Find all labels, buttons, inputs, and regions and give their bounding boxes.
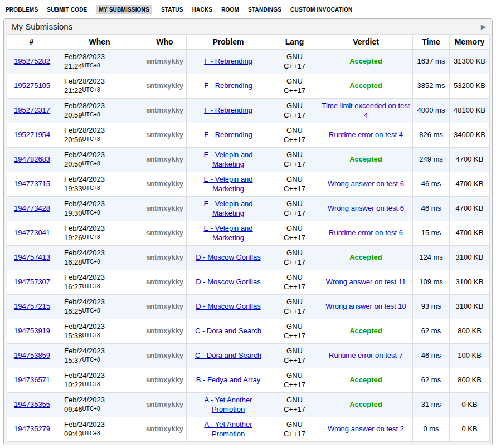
col-header-memory: Memory [450, 35, 490, 50]
submission-exec-time-cell: 46 ms [413, 344, 450, 368]
submission-when-cell: Feb/24/2023 19:26UTC+8 [56, 221, 143, 246]
submission-when-cell: Feb/24/2023 19:33UTC+8 [56, 172, 143, 197]
submission-id-link[interactable]: 194773041 [14, 228, 50, 237]
problem-link[interactable]: E - Velepin and Marketing [203, 224, 252, 242]
timezone-label: UTC+8 [82, 136, 100, 142]
nav-item-standings[interactable]: STANDINGS [248, 7, 281, 13]
submission-when-cell: Feb/24/2023 16:27UTC+8 [56, 270, 143, 295]
problem-link[interactable]: E - Velepin and Marketing [203, 150, 252, 168]
nav-item-problems[interactable]: PROBLEMS [6, 7, 38, 13]
nav-item-status[interactable]: STATUS [161, 7, 183, 13]
user-link[interactable]: sntmxykky [146, 376, 183, 384]
nav-item-custom-invocation[interactable]: CUSTOM INVOCATION [290, 7, 352, 13]
submission-lang-cell: GNU C++17 [270, 123, 319, 148]
user-link[interactable]: sntmxykky [146, 253, 183, 261]
problem-link[interactable]: D - Moscow Gorillas [196, 302, 260, 310]
submission-id-cell: 194773715 [7, 172, 56, 197]
user-link[interactable]: sntmxykky [146, 351, 183, 359]
submission-who-cell: sntmxykky [143, 172, 187, 197]
user-link[interactable]: sntmxykky [146, 400, 183, 408]
expand-arrow-icon[interactable]: ▶ [481, 23, 486, 30]
submissions-panel: My Submissions ▶ # When Who Problem [3, 18, 493, 445]
user-link[interactable]: sntmxykky [146, 425, 183, 433]
submission-date: Feb/24/2023 [64, 322, 140, 332]
submission-id-link[interactable]: 194753859 [14, 351, 50, 359]
problem-link[interactable]: D - Moscow Gorillas [196, 253, 260, 261]
user-link[interactable]: sntmxykky [146, 277, 183, 286]
user-link[interactable]: sntmxykky [146, 130, 183, 139]
submission-id-cell: 194757215 [7, 295, 56, 319]
submission-exec-time-cell: 249 ms [413, 148, 450, 172]
timezone-label: UTC+8 [82, 62, 100, 69]
submission-id-link[interactable]: 194735355 [14, 400, 50, 408]
submission-lang-cell: GNU C++17 [270, 344, 319, 368]
problem-link[interactable]: A - Yet Another Promotion [204, 396, 252, 413]
problem-link[interactable]: A - Yet Another Promotion [204, 420, 252, 438]
user-link[interactable]: sntmxykky [146, 179, 183, 188]
user-link[interactable]: sntmxykky [146, 228, 183, 237]
submission-lang-cell: GNU C++17 [270, 417, 319, 442]
submission-id-link[interactable]: 194773715 [14, 179, 50, 188]
problem-link[interactable]: D - Moscow Gorillas [196, 277, 260, 286]
submission-id-link[interactable]: 194753919 [14, 327, 50, 335]
submission-id-cell: 194757307 [7, 270, 56, 295]
submission-verdict-cell: Time limit exceeded on test 4 [319, 99, 413, 123]
problem-link[interactable]: F - Rebrending [204, 130, 252, 139]
submission-memory-cell: 800 KB [450, 368, 490, 393]
timezone-label: UTC+8 [82, 283, 100, 289]
nav-item-my-submissions[interactable]: MY SUBMISSIONS [96, 5, 152, 14]
table-row: 195271954 Feb/28/2023 20:56UTC+8 sntmxyk… [7, 123, 490, 148]
submission-verdict-cell: Runtime error on test 7 [319, 344, 413, 368]
submission-id-link[interactable]: 195271954 [14, 130, 50, 139]
submission-exec-time-cell: 124 ms [413, 246, 450, 270]
submission-time: 10:22 [64, 381, 82, 389]
submission-verdict-cell: Wrong answer on test 6 [319, 172, 413, 197]
submission-id-link[interactable]: 194757215 [14, 302, 50, 310]
user-link[interactable]: sntmxykky [146, 81, 183, 90]
submission-id-link[interactable]: 195275282 [14, 57, 50, 65]
submission-id-link[interactable]: 195275105 [14, 81, 50, 90]
problem-link[interactable]: E - Velepin and Marketing [203, 175, 252, 193]
submission-memory-cell: 3100 KB [450, 270, 490, 295]
submission-problem-cell: F - Rebrending [187, 123, 270, 148]
user-link[interactable]: sntmxykky [146, 155, 183, 163]
submission-id-link[interactable]: 194736571 [14, 376, 50, 384]
submission-id-link[interactable]: 194757413 [14, 253, 50, 261]
problem-link[interactable]: C - Dora and Search [195, 327, 261, 335]
user-link[interactable]: sntmxykky [146, 57, 183, 65]
submission-lang-cell: GNU C++17 [270, 393, 319, 417]
user-link[interactable]: sntmxykky [146, 327, 183, 335]
col-header-who: Who [143, 35, 187, 50]
submission-who-cell: sntmxykky [143, 295, 187, 319]
submission-exec-time-cell: 109 ms [413, 270, 450, 295]
submission-id-cell: 194735279 [7, 417, 56, 442]
nav-item-submit-code[interactable]: SUBMIT CODE [47, 7, 87, 13]
problem-link[interactable]: C - Dora and Search [195, 351, 261, 359]
verdict-text: Wrong answer on test 2 [328, 425, 404, 433]
problem-link[interactable]: F - Rebrending [204, 57, 252, 65]
problem-link[interactable]: E - Velepin and Marketing [203, 199, 252, 217]
submission-time-line: 20:50UTC+8 [64, 160, 140, 169]
submission-id-link[interactable]: 194782683 [14, 155, 50, 163]
submission-time: 21:22 [64, 86, 82, 95]
problem-link[interactable]: B - Fedya and Array [196, 376, 261, 384]
submission-lang-cell: GNU C++17 [270, 99, 319, 123]
nav-item-hacks[interactable]: HACKS [192, 7, 213, 13]
submission-id-link[interactable]: 195272317 [14, 106, 50, 114]
user-link[interactable]: sntmxykky [146, 302, 183, 310]
user-link[interactable]: sntmxykky [146, 106, 183, 114]
submission-id-cell: 194736571 [7, 368, 56, 393]
submission-memory-cell: 34000 KB [450, 123, 490, 148]
nav-item-room[interactable]: ROOM [221, 7, 239, 13]
submission-date: Feb/24/2023 [64, 347, 140, 356]
submission-verdict-cell: Wrong answer on test 2 [319, 417, 413, 442]
submission-id-link[interactable]: 194757307 [14, 277, 50, 286]
table-row: 194782683 Feb/24/2023 20:50UTC+8 sntmxyk… [7, 148, 490, 172]
submission-date: Feb/24/2023 [64, 224, 140, 233]
user-link[interactable]: sntmxykky [146, 204, 183, 212]
submission-id-link[interactable]: 194773428 [14, 204, 50, 212]
submission-id-link[interactable]: 194735279 [14, 425, 50, 433]
problem-link[interactable]: F - Rebrending [204, 81, 252, 90]
problem-link[interactable]: F - Rebrending [204, 106, 252, 114]
submission-verdict-cell: Accepted [319, 319, 413, 344]
